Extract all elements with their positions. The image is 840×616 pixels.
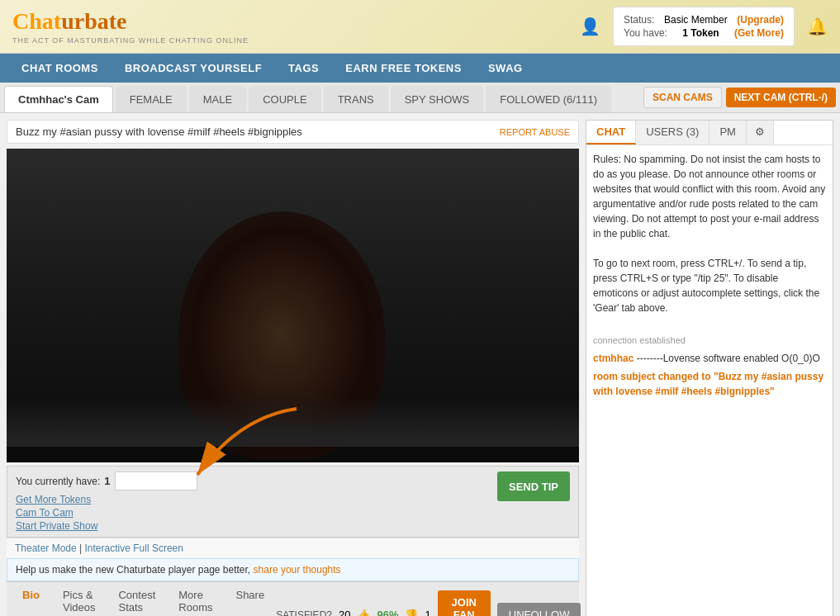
action-links: Get More Tokens Cam To Cam Start Private… (16, 494, 489, 532)
main-content: Buzz my #asian pussy with lovense #milf … (0, 113, 840, 616)
theater-bar: Theater Mode | Interactive Full Screen (7, 538, 579, 558)
tab-couple[interactable]: COUPLE (249, 86, 320, 112)
video-player[interactable] (7, 149, 579, 462)
theater-mode-link[interactable]: Theater Mode (15, 543, 77, 554)
chat-user-msg: ctmhhac --------Lovense software enabled… (593, 351, 826, 366)
send-tip-button[interactable]: SEND TIP (497, 471, 570, 501)
chat-tab-pm[interactable]: PM (709, 121, 747, 145)
chat-user-text: --------Lovense software enabled O(0_0)O (637, 353, 820, 364)
token-label: You currently have: (16, 476, 100, 487)
chat-username: ctmhhac (593, 353, 634, 364)
tab-current-room[interactable]: Ctmhhac's Cam (4, 86, 113, 112)
main-nav: CHAT ROOMS BROADCAST YOURSELF TAGS EARN … (0, 54, 840, 83)
satisfaction-percent: 96% (377, 609, 398, 616)
chat-tabs: CHAT USERS (3) PM ⚙ (586, 121, 833, 145)
tabs-right-actions: SCAN CAMS NEXT CAM (CTRL-/) (643, 83, 836, 112)
unfollow-button[interactable]: UNFOLLOW (497, 603, 581, 616)
tab-female[interactable]: FEMALE (116, 86, 187, 112)
chat-subject-change: room subject changed to "Buzz my #asian … (593, 369, 826, 399)
btab-bio[interactable]: Bio (11, 582, 51, 616)
tab-trans[interactable]: TRANS (324, 86, 388, 112)
report-abuse-link[interactable]: REPORT ABUSE (500, 127, 570, 137)
thumbs-up-icon: 👍 (357, 609, 370, 616)
btab-share[interactable]: Share (224, 582, 276, 616)
chat-tab-chat[interactable]: CHAT (586, 121, 636, 145)
tab-spy-shows[interactable]: SPY SHOWS (391, 86, 484, 112)
bottom-tabs-bar: Bio Pics & Videos Contest Stats More Roo… (7, 581, 579, 616)
join-fan-club-button[interactable]: JOIN FAN CLUB (438, 590, 491, 616)
thumbs-down-icon: 👎 (405, 609, 418, 616)
tokens-value: 1 Token (682, 27, 719, 39)
tab-followed[interactable]: FOLLOWED (6/111) (486, 86, 611, 112)
logo-chat: Chat (12, 8, 61, 34)
tab-male[interactable]: MALE (189, 86, 246, 112)
btab-pics-videos[interactable]: Pics & Videos (51, 582, 107, 616)
chat-tab-users[interactable]: USERS (3) (636, 121, 709, 145)
video-bottom-gradient (7, 397, 579, 447)
feedback-bar: Help us make the new Chaturbate player p… (7, 558, 579, 581)
logo-urbate: urbate (61, 8, 126, 34)
user-info-box: Status: Basic Member (Upgrade) You have:… (613, 7, 795, 46)
chat-nav-tip: To go to next room, press CTRL+/. To sen… (593, 256, 826, 315)
next-cam-button[interactable]: NEXT CAM (CTRL-/) (726, 88, 836, 107)
chat-panel: CHAT USERS (3) PM ⚙ Rules: No spamming. … (586, 120, 833, 616)
token-current-value: 1 (104, 475, 110, 487)
nav-broadcast[interactable]: BROADCAST YOURSELF (112, 54, 275, 83)
chat-body: Rules: No spamming. Do not insist the ca… (586, 145, 833, 616)
nav-chat-rooms[interactable]: CHAT ROOMS (8, 54, 112, 83)
left-panel: Buzz my #asian pussy with lovense #milf … (7, 120, 579, 616)
video-background (7, 149, 579, 462)
btab-contest-stats[interactable]: Contest Stats (107, 582, 167, 616)
share-thoughts-link[interactable]: share your thoughts (254, 564, 341, 576)
cam-to-cam-link[interactable]: Cam To Cam (16, 507, 489, 519)
status-value: Basic Member (664, 14, 728, 26)
token-row: You currently have: 1 (16, 471, 489, 490)
room-tabs-bar: Ctmhhac's Cam FEMALE MALE COUPLE TRANS S… (0, 83, 840, 113)
btab-more-rooms[interactable]: More Rooms Like This (167, 582, 224, 616)
subject-bar: Buzz my #asian pussy with lovense #milf … (7, 120, 579, 144)
bottom-right-actions: SATISFIED? 20 👍 96% 👎 1 JOIN FAN CLUB UN… (276, 582, 615, 616)
feedback-text: Help us make the new Chaturbate player p… (16, 564, 250, 576)
nav-earn-tokens[interactable]: EARN FREE TOKENS (332, 54, 475, 83)
dislike-count: 1 (425, 609, 430, 616)
status-label: Status: (624, 14, 654, 26)
tokens-row: You have: 1 Token (Get More) (624, 27, 784, 39)
nav-tags[interactable]: TAGS (275, 54, 332, 83)
start-private-show-link[interactable]: Start Private Show (16, 520, 489, 532)
get-more-tokens-link[interactable]: Get More Tokens (16, 494, 489, 505)
gear-settings-tab[interactable]: ⚙ (747, 121, 774, 145)
tokens-label: You have: (624, 27, 667, 39)
user-icon[interactable]: 👤 (580, 17, 600, 36)
logo: Chaturbate (12, 8, 249, 35)
chat-rules: Rules: No spamming. Do not insist the ca… (593, 152, 826, 241)
subject-text: Buzz my #asian pussy with lovense #milf … (16, 126, 302, 138)
tip-amount-input[interactable] (115, 471, 197, 490)
satisfied-count: 20 (339, 609, 350, 616)
get-more-link[interactable]: (Get More) (734, 27, 784, 39)
satisfied-label: SATISFIED? (276, 609, 332, 617)
logo-subtitle: THE ACT OF MASTURBATING WHILE CHATTING O… (12, 36, 249, 45)
fullscreen-link[interactable]: Interactive Full Screen (85, 543, 183, 554)
status-row: Status: Basic Member (Upgrade) (624, 14, 784, 26)
scan-cams-button[interactable]: SCAN CAMS (643, 87, 722, 108)
token-section: You currently have: 1 Get More Tokens Ca… (16, 471, 489, 532)
header-right: 👤 Status: Basic Member (Upgrade) You hav… (580, 7, 828, 46)
header: Chaturbate THE ACT OF MASTURBATING WHILE… (0, 0, 840, 54)
controls-area: You currently have: 1 Get More Tokens Ca… (7, 466, 579, 538)
nav-swag[interactable]: SWAG (475, 54, 536, 83)
connection-msg: connection established (593, 334, 826, 348)
upgrade-link[interactable]: (Upgrade) (737, 14, 784, 26)
notification-bell-icon[interactable]: 🔔 (807, 17, 828, 36)
